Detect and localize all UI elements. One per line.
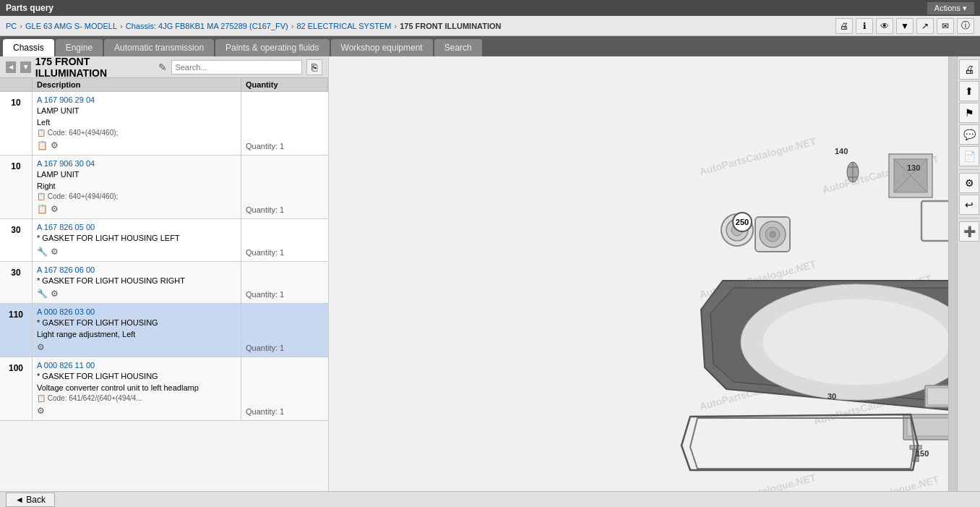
gear-icon[interactable]: ⚙ (51, 288, 59, 300)
part-number: 10 (0, 155, 33, 218)
breadcrumb-about-btn[interactable]: ⓘ (957, 18, 974, 34)
toolbar-separator (959, 169, 979, 170)
part-name: * GASKET FOR LIGHT HOUSING LEFT (37, 233, 236, 244)
part-name: * GASKET FOR LIGHT HOUSING (37, 371, 236, 382)
part-qty: Quantity: 1 (241, 304, 328, 357)
flag-button[interactable]: ⚑ (959, 103, 979, 123)
gear-icon[interactable]: ⚙ (51, 246, 59, 258)
tab-chassis[interactable]: Chassis (3, 39, 54, 56)
part-number: 30 (0, 219, 33, 261)
breadcrumb-model[interactable]: GLE 63 AMG S- MODELL (25, 22, 117, 30)
part-codex: 📋 Code: 641/642/(640+(494/4... (37, 393, 236, 404)
undo-button[interactable]: ↩ (959, 195, 979, 215)
svg-point-17 (770, 231, 775, 237)
diagram-area: AutoPartsCatalogue.NET AutoPartsCatalogu… (329, 56, 980, 491)
breadcrumb: PC › GLE 63 AMG S- MODELL › Chassis: 4JG… (0, 16, 980, 36)
zoom-in-button[interactable]: ➕ (959, 221, 979, 242)
part-info: A 167 906 29 04 LAMP UNIT Left 📋 Code: 6… (33, 92, 241, 155)
part-code[interactable]: A 167 826 06 00 (37, 265, 236, 276)
titlebar: Parts query Actions ▾ (0, 0, 980, 16)
breadcrumb-filter-btn[interactable]: ▼ (896, 18, 914, 34)
breadcrumb-mail-btn[interactable]: ✉ (937, 18, 954, 34)
part-name: * GASKET FOR LIGHT HOUSING (37, 318, 236, 328)
wrench-icon[interactable]: 🔧 (37, 246, 48, 258)
breadcrumb-electrical[interactable]: 82 ELECTRICAL SYSTEM (296, 22, 391, 30)
left-panel: ◄ ▼ 175 FRONT ILLUMINATION ✎ ⎘ Descripti… (0, 56, 329, 491)
gear-icon[interactable]: ⚙ (37, 405, 45, 417)
part-row: 30 A 167 826 06 00 * GASKET FOR LIGHT HO… (0, 262, 328, 304)
part-code[interactable]: A 000 826 11 00 (37, 360, 236, 371)
parts-diagram-svg (669, 114, 980, 491)
parts-search-input[interactable] (171, 60, 302, 74)
breadcrumb-export-btn[interactable]: ↗ (916, 18, 934, 34)
part-info: A 167 826 05 00 * GASKET FOR LIGHT HOUSI… (33, 219, 241, 261)
part-codex: 📋 Code: 640+(494/460); (37, 128, 236, 138)
clipboard-icon[interactable]: 📋 (37, 140, 48, 152)
clipboard-icon[interactable]: 📋 (37, 203, 48, 216)
part-code[interactable]: A 167 826 05 00 (37, 222, 236, 233)
part-code[interactable]: A 167 906 30 04 (37, 158, 236, 169)
wrench-icon[interactable]: 🔧 (37, 288, 48, 300)
actions-button[interactable]: Actions ▾ (927, 2, 974, 14)
part-qty: Quantity: 1 (241, 262, 328, 304)
app-title: Parts query (6, 3, 53, 13)
tab-paints[interactable]: Paints & operating fluids (215, 39, 329, 56)
back-button[interactable]: ◄ Back (6, 493, 55, 507)
part-icons: 🔧 ⚙ (37, 246, 236, 258)
breadcrumb-view-btn[interactable]: 👁 (876, 18, 893, 34)
settings-button[interactable]: ⚙ (959, 173, 979, 193)
part-code[interactable]: A 000 826 03 00 (37, 307, 236, 318)
breadcrumb-print-btn[interactable]: 🖨 (835, 18, 853, 34)
col-desc: Description (33, 78, 241, 91)
collapse-btn[interactable]: ◄ (6, 61, 16, 73)
parts-list-header: Description Quantity (0, 78, 328, 92)
section-header: ◄ ▼ 175 FRONT ILLUMINATION ✎ ⎘ (0, 56, 328, 78)
tab-search[interactable]: Search (434, 39, 482, 56)
tab-workshop[interactable]: Workshop equipment (331, 39, 433, 56)
breadcrumb-info-btn[interactable]: ℹ (856, 18, 873, 34)
part-name: LAMP UNIT (37, 169, 236, 180)
part-row: 110 A 000 826 03 00 * GASKET FOR LIGHT H… (0, 304, 328, 357)
doc-button[interactable]: 📄 (959, 146, 979, 166)
comment-button[interactable]: 💬 (959, 124, 979, 145)
col-num (0, 78, 33, 91)
copy-button[interactable]: ⎘ (306, 59, 322, 75)
part-icons: 📋 ⚙ (37, 203, 236, 216)
part-row: 10 A 167 906 29 04 LAMP UNIT Left 📋 Code… (0, 92, 328, 155)
part-icons: 🔧 ⚙ (37, 288, 236, 300)
part-row: 100 A 000 826 11 00 * GASKET FOR LIGHT H… (0, 357, 328, 421)
print-button[interactable]: 🖨 (959, 59, 979, 80)
part-icons: ⚙ (37, 341, 236, 354)
part-number: 110 (0, 304, 33, 357)
part-number: 10 (0, 92, 33, 155)
part-qty: Quantity: 1 (241, 155, 328, 218)
tab-automatic-transmission[interactable]: Automatic transmission (104, 39, 214, 56)
part-code[interactable]: A 167 906 29 04 (37, 95, 236, 106)
part-detail: Left (37, 117, 236, 128)
part-icons: 📋 ⚙ (37, 140, 236, 152)
diagram-scrollbar[interactable] (948, 56, 957, 491)
gear-icon[interactable]: ⚙ (51, 140, 59, 152)
part-info: A 167 826 06 00 * GASKET FOR LIGHT HOUSI… (33, 262, 241, 304)
section-title: 175 FRONT ILLUMINATION (35, 56, 152, 79)
main-area: ◄ ▼ 175 FRONT ILLUMINATION ✎ ⎘ Descripti… (0, 56, 980, 491)
expand-btn[interactable]: ▼ (20, 61, 30, 73)
svg-point-21 (762, 299, 950, 385)
part-row: 30 A 167 826 05 00 * GASKET FOR LIGHT HO… (0, 219, 328, 262)
part-icons: ⚙ (37, 405, 236, 417)
edit-icon[interactable]: ✎ (158, 61, 167, 73)
part-info: A 167 906 30 04 LAMP UNIT Right 📋 Code: … (33, 155, 241, 218)
gear-icon[interactable]: ⚙ (37, 341, 45, 354)
svg-point-13 (731, 224, 743, 236)
toolbar-separator-2 (959, 218, 979, 218)
part-number: 100 (0, 357, 33, 420)
gear-icon[interactable]: ⚙ (51, 203, 59, 216)
part-name: * GASKET FOR LIGHT HOUSING RIGHT (37, 276, 236, 286)
part-info: A 000 826 11 00 * GASKET FOR LIGHT HOUSI… (33, 357, 241, 420)
tab-engine[interactable]: Engine (56, 39, 103, 56)
breadcrumb-chassis[interactable]: Chassis: 4JG FB8KB1 MA 275289 (C167_FV) (126, 22, 288, 30)
part-row: 10 A 167 906 30 04 LAMP UNIT Right 📋 Cod… (0, 155, 328, 219)
breadcrumb-pc[interactable]: PC (6, 22, 17, 30)
part-codex: 📋 Code: 640+(494/460); (37, 192, 236, 202)
export-up-button[interactable]: ⬆ (959, 81, 979, 101)
